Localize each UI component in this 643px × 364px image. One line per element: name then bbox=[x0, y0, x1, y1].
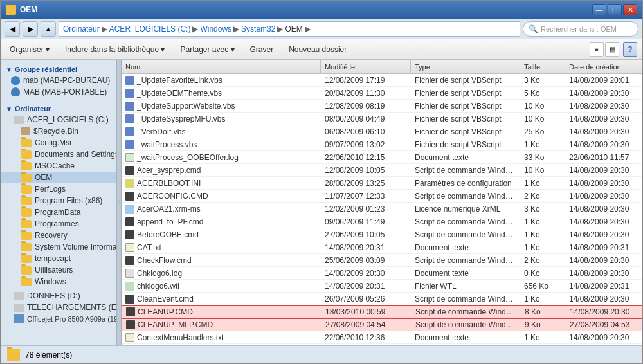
file-modified: 27/08/2009 04:54 bbox=[322, 320, 412, 329]
sidebar-label-user1: mab (MAB-PC-BUREAU) bbox=[23, 76, 110, 85]
col-header-size[interactable]: Taille bbox=[520, 60, 565, 73]
view-details-button[interactable]: ▤ bbox=[605, 42, 619, 57]
sidebar-label-drive-d: DONNEES (D:) bbox=[27, 291, 80, 300]
view-list-button[interactable]: ≡ bbox=[590, 42, 604, 57]
sidebar-item-sysvolinfo[interactable]: System Volume Information bbox=[1, 241, 116, 253]
file-name: _UpdateOEMTheme.vbs bbox=[137, 89, 222, 98]
table-row[interactable]: _UpdateFavoriteLink.vbs 12/08/2009 17:19… bbox=[122, 74, 642, 87]
forward-button[interactable]: ▶ bbox=[23, 21, 38, 37]
close-button[interactable]: ✕ bbox=[623, 4, 637, 15]
sidebar-item-drive-d[interactable]: DONNEES (D:) bbox=[1, 290, 116, 302]
window-title: OEM bbox=[20, 5, 37, 14]
file-size: 9 Ko bbox=[521, 320, 566, 329]
file-date: 14/08/2009 20:30 bbox=[565, 256, 642, 265]
sidebar-group-computer[interactable]: ▼ Ordinateur bbox=[1, 102, 116, 114]
new-folder-button[interactable]: Nouveau dossier bbox=[285, 43, 350, 56]
file-name: _VerbDoIt.vbs bbox=[137, 127, 185, 136]
maximize-button[interactable]: □ bbox=[608, 4, 622, 15]
table-row[interactable]: _UpdateSysprepMFU.vbs 08/06/2009 04:49 F… bbox=[122, 113, 642, 125]
sidebar-item-windows[interactable]: Windows bbox=[1, 276, 116, 287]
drive-z-icon bbox=[14, 314, 24, 323]
resize-handle[interactable]: ⋮ bbox=[116, 60, 122, 345]
table-row[interactable]: CleanEvent.cmd 26/07/2009 05:26 Script d… bbox=[122, 293, 642, 305]
table-row[interactable]: _UpdateOEMTheme.vbs 20/04/2009 11:30 Fic… bbox=[122, 87, 642, 100]
breadcrumb-system32[interactable]: System32 bbox=[241, 24, 275, 33]
sidebar-item-oem[interactable]: OEM bbox=[1, 172, 116, 183]
folder-icon-docs bbox=[21, 150, 32, 159]
help-button[interactable]: ? bbox=[623, 42, 637, 57]
file-name: _waitProcess_OOBEOffer.log bbox=[137, 153, 239, 162]
sidebar-item-perf[interactable]: PerfLogs bbox=[1, 183, 116, 195]
breadcrumb-ordinateur[interactable]: Ordinateur bbox=[63, 24, 100, 33]
file-type: Script de commande Windows bbox=[412, 307, 521, 316]
file-icon bbox=[125, 243, 134, 252]
file-icon bbox=[125, 153, 134, 162]
recycle-icon bbox=[21, 127, 30, 135]
file-date: 14/08/2009 20:30 bbox=[565, 230, 642, 239]
sidebar-item-utilisateurs[interactable]: Utilisateurs bbox=[1, 264, 116, 276]
file-icon bbox=[125, 230, 134, 239]
sidebar-label-sysvolinfo: System Volume Information bbox=[35, 242, 116, 251]
table-row[interactable]: append_to_PF.cmd 09/06/2009 11:49 Script… bbox=[122, 215, 642, 228]
breadcrumb-windows[interactable]: Windows bbox=[200, 24, 231, 33]
file-date: 27/08/2009 04:53 bbox=[566, 320, 642, 329]
organiser-button[interactable]: Organiser ▾ bbox=[6, 43, 53, 56]
sidebar-item-drive-z[interactable]: Officejet Pro 8500 A909a (192.168.1.23) … bbox=[1, 313, 116, 324]
sidebar-item-config[interactable]: Config.Msi bbox=[1, 137, 116, 149]
file-modified: 12/08/2009 10:05 bbox=[321, 166, 411, 175]
sidebar-item-docs[interactable]: Documents and Settings bbox=[1, 149, 116, 160]
table-row[interactable]: Chklogo6.log 14/08/2009 20:30 Document t… bbox=[122, 267, 642, 280]
table-row[interactable]: CLEANUP.CMD 18/03/2010 00:59 Script de c… bbox=[122, 305, 642, 318]
table-row[interactable]: BeforeOOBE.cmd 27/06/2009 10:05 Script d… bbox=[122, 228, 642, 241]
sidebar-item-mso[interactable]: MSOCache bbox=[1, 160, 116, 172]
sidebar-label-recovery: Recovery bbox=[35, 231, 68, 240]
col-header-type[interactable]: Type bbox=[411, 60, 520, 73]
sidebar-item-recovery[interactable]: Recovery bbox=[1, 230, 116, 241]
sidebar-label-drive-z: Officejet Pro 8500 A909a (192.168.1.23) … bbox=[27, 315, 116, 323]
folder-icon-tempocapt bbox=[21, 255, 32, 263]
table-row[interactable]: CAT.txt 14/08/2009 20:31 Document texte … bbox=[122, 241, 642, 254]
sidebar-label-perf: PerfLogs bbox=[35, 185, 66, 194]
sidebar-item-programmes[interactable]: Programmes bbox=[1, 218, 116, 230]
file-icon bbox=[125, 333, 134, 342]
table-row[interactable]: _VerbDoIt.vbs 06/08/2009 06:10 Fichier d… bbox=[122, 125, 642, 138]
sidebar-item-user2[interactable]: MAB (MAB-PORTABLE) bbox=[1, 86, 116, 98]
burn-button[interactable]: Graver bbox=[246, 43, 278, 56]
table-row[interactable]: _UpdateSupportWebsite.vbs 12/08/2009 08:… bbox=[122, 100, 642, 113]
file-list[interactable]: _UpdateFavoriteLink.vbs 12/08/2009 17:19… bbox=[122, 74, 642, 345]
table-row[interactable]: CLEANUP_MLP.CMD 27/08/2009 04:54 Script … bbox=[122, 318, 642, 331]
table-row[interactable]: CheckFlow.cmd 25/06/2009 03:09 Script de… bbox=[122, 254, 642, 267]
breadcrumb-bar[interactable]: Ordinateur ▶ ACER_LOGICIELS (C:) ▶ Windo… bbox=[59, 21, 520, 37]
table-row[interactable]: _waitProcess_OOBEOffer.log 22/06/2010 12… bbox=[122, 151, 642, 164]
table-row[interactable]: Acer_sysprep.cmd 12/08/2009 10:05 Script… bbox=[122, 164, 642, 177]
table-row[interactable]: ACERBLBOOT.INI 28/08/2009 13:25 Paramètr… bbox=[122, 177, 642, 190]
col-header-date[interactable]: Date de création bbox=[565, 60, 642, 73]
col-header-modified[interactable]: Modifié le bbox=[321, 60, 411, 73]
table-row[interactable]: _waitProcess.vbs 09/07/2009 13:02 Fichie… bbox=[122, 138, 642, 151]
breadcrumb-drive[interactable]: ACER_LOGICIELS (C:) bbox=[109, 24, 191, 33]
sidebar-item-drive-e[interactable]: TELECHARGEMENTS (E:) bbox=[1, 302, 116, 313]
sidebar-item-programfiles[interactable]: Program Files (x86) bbox=[1, 195, 116, 206]
table-row[interactable]: ContextMenuHandlers.txt 22/06/2010 12:36… bbox=[122, 331, 642, 344]
share-button[interactable]: Partager avec ▾ bbox=[176, 43, 238, 56]
table-row[interactable]: chklogo6.wtl 14/08/2009 20:31 Fichier WT… bbox=[122, 280, 642, 293]
minimize-button[interactable]: — bbox=[592, 4, 606, 15]
file-date: 14/08/2009 20:30 bbox=[565, 179, 642, 188]
up-button[interactable]: ▲ bbox=[41, 21, 56, 37]
back-button[interactable]: ◀ bbox=[5, 21, 20, 37]
file-modified: 27/06/2009 10:05 bbox=[321, 230, 411, 239]
include-library-button[interactable]: Inclure dans la bibliothèque ▾ bbox=[61, 43, 168, 56]
sidebar-item-user1[interactable]: mab (MAB-PC-BUREAU) bbox=[1, 75, 116, 86]
table-row[interactable]: ACERCONFIG.CMD 11/07/2007 12:33 Script d… bbox=[122, 190, 642, 203]
table-row[interactable]: AcerOA21.xrm-ms 12/02/2009 01:23 Licence… bbox=[122, 203, 642, 215]
sidebar-item-recycle[interactable]: $Recycle.Bin bbox=[1, 125, 116, 137]
sidebar-item-programdata[interactable]: ProgramData bbox=[1, 206, 116, 218]
sidebar-item-drive-c[interactable]: ACER_LOGICIELS (C:) bbox=[1, 114, 116, 125]
search-bar[interactable]: 🔍 Rechercher dans : OEM bbox=[523, 21, 638, 37]
col-header-name[interactable]: Nom bbox=[122, 60, 321, 73]
file-name-cell: BeforeOOBE.cmd bbox=[122, 230, 321, 239]
sidebar-group-residential[interactable]: ▼ Groupe résidentiel bbox=[1, 62, 116, 75]
file-date: 14/08/2009 20:30 bbox=[565, 217, 642, 226]
sidebar-item-tempocapt[interactable]: tempocapt bbox=[1, 253, 116, 264]
file-date: 14/08/2009 20:31 bbox=[565, 282, 642, 291]
